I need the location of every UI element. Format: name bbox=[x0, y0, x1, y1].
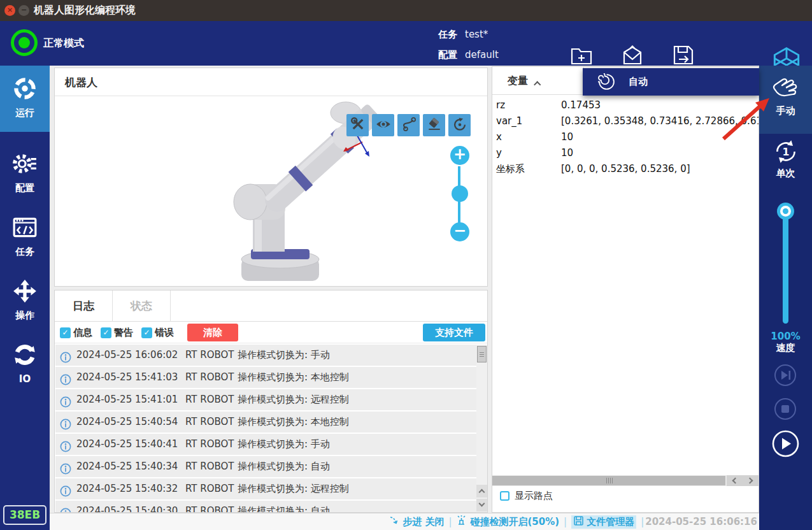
config-value: default bbox=[465, 49, 499, 61]
eraser-button[interactable] bbox=[423, 114, 445, 136]
svg-text:1: 1 bbox=[782, 146, 789, 158]
info-icon bbox=[60, 506, 71, 513]
path-trace-button[interactable] bbox=[397, 114, 420, 136]
log-entry[interactable]: 2024-05-25 15:40:30 RT ROBOT 操作模式切换为: 自动 bbox=[55, 501, 476, 513]
sidebar-item-config[interactable]: 配置 bbox=[0, 141, 50, 202]
play-button[interactable] bbox=[772, 430, 799, 460]
scroll-up-button[interactable] bbox=[476, 485, 488, 498]
log-scrollbar[interactable] bbox=[476, 345, 488, 513]
file-manager-button[interactable]: 文件管理器 bbox=[571, 515, 636, 529]
sidebar-item-operate[interactable]: 操作 bbox=[0, 268, 50, 329]
log-entry[interactable]: 2024-05-25 15:40:34 RT ROBOT 操作模式切换为: 自动 bbox=[55, 456, 476, 477]
scroll-left-button[interactable] bbox=[727, 475, 743, 486]
status-timestamp: 2024-05-25 16:06:16 bbox=[645, 516, 757, 527]
step-mode-icon bbox=[389, 515, 402, 529]
collision-detection-status[interactable]: 碰撞检测开启(50%) bbox=[456, 515, 559, 529]
save-task-icon bbox=[663, 44, 704, 67]
task-code-icon bbox=[12, 231, 38, 243]
log-source: RT ROBOT bbox=[185, 345, 234, 366]
left-sidebar: 运行 配置 任务 操作 IO 38EB bbox=[0, 66, 50, 530]
speed-label: 速度 bbox=[759, 342, 812, 354]
visibility-button[interactable] bbox=[372, 114, 394, 136]
hscrollbar-thumb[interactable] bbox=[492, 476, 725, 485]
variable-row[interactable]: y 10 bbox=[492, 145, 759, 161]
speed-slider-track[interactable] bbox=[783, 205, 788, 324]
error-checkbox[interactable]: ✓ bbox=[141, 327, 152, 338]
eraser-icon bbox=[426, 116, 443, 135]
sidebar-item-task[interactable]: 任务 bbox=[0, 204, 50, 266]
waypoints-checkbox[interactable] bbox=[500, 491, 509, 501]
support-files-button[interactable]: 支持文件 bbox=[423, 324, 485, 341]
filter-info[interactable]: ✓信息 bbox=[60, 327, 92, 339]
variable-name: rz bbox=[496, 97, 505, 113]
zoom-in-button[interactable]: + bbox=[450, 146, 469, 165]
close-button[interactable]: × bbox=[4, 5, 15, 16]
collision-icon bbox=[456, 515, 470, 529]
variable-name: y bbox=[496, 145, 502, 161]
sidebar-item-run[interactable]: 运行 bbox=[0, 66, 50, 132]
clear-log-button[interactable]: 清除 bbox=[187, 324, 238, 341]
log-source: RT ROBOT bbox=[185, 434, 234, 455]
visibility-eye-icon bbox=[375, 116, 392, 135]
zoom-out-button[interactable]: − bbox=[450, 222, 469, 241]
tools-button[interactable] bbox=[346, 114, 369, 136]
log-entry[interactable]: 2024-05-25 15:40:54 RT ROBOT 操作模式切换为: 本地… bbox=[55, 412, 476, 433]
minimize-button[interactable]: − bbox=[18, 5, 29, 16]
log-entry[interactable]: 2024-05-25 15:41:03 RT ROBOT 操作模式切换为: 本地… bbox=[55, 367, 476, 388]
window-titlebar: × − 机器人图形化编程环境 bbox=[0, 0, 812, 21]
robot-panel-title: 机器人 bbox=[55, 68, 487, 96]
sidebar-item-io[interactable]: IO bbox=[0, 332, 50, 393]
step-mode-status[interactable]: 步进 关闭 bbox=[389, 515, 444, 529]
log-entry[interactable]: 2024-05-25 15:40:41 RT ROBOT 操作模式切换为: 手动 bbox=[55, 434, 476, 455]
filter-warning[interactable]: ✓警告 bbox=[101, 327, 133, 339]
chevron-right-icon bbox=[747, 478, 753, 484]
variables-panel: 变量 rz 0.17453 var_1 [0.3261, 0.35348, 0.… bbox=[492, 66, 759, 513]
log-entry[interactable]: 2024-05-25 15:41:01 RT ROBOT 操作模式切换为: 远程… bbox=[55, 389, 476, 410]
chevron-up-icon bbox=[479, 489, 485, 496]
log-source: RT ROBOT bbox=[185, 389, 234, 410]
variable-name: var_1 bbox=[496, 113, 522, 129]
log-entry[interactable]: 2024-05-25 15:40:32 RT ROBOT 操作模式切换为: 远程… bbox=[55, 478, 476, 499]
warning-checkbox[interactable]: ✓ bbox=[101, 327, 111, 338]
robot-programming-app: × − 机器人图形化编程环境 正常模式 任务test* 配置default 新建… bbox=[0, 0, 812, 530]
variable-row[interactable]: rz 0.17453 bbox=[492, 97, 759, 113]
filter-error[interactable]: ✓错误 bbox=[141, 327, 174, 339]
settings-icon bbox=[12, 167, 38, 179]
log-timestamp: 2024-05-25 15:40:30 bbox=[76, 501, 178, 513]
log-source: RT ROBOT bbox=[185, 412, 234, 433]
status-badge: 38EB bbox=[3, 505, 46, 525]
variable-row[interactable]: 坐标系 [0, 0, 0, 0.5236, 0.5236, 0] bbox=[492, 161, 759, 177]
log-scrollbar-thumb[interactable] bbox=[477, 346, 487, 362]
variable-row[interactable]: x 10 bbox=[492, 129, 759, 145]
jog-move-icon bbox=[12, 294, 38, 306]
tab-log[interactable]: 日志 bbox=[55, 290, 113, 322]
manual-hand-icon bbox=[771, 93, 801, 105]
stop-button[interactable] bbox=[774, 398, 797, 423]
log-list: 2024-05-25 16:06:02 RT ROBOT 操作模式切换为: 手动… bbox=[55, 345, 476, 513]
log-timestamp: 2024-05-25 15:41:03 bbox=[76, 367, 178, 388]
log-message: 操作模式切换为: 自动 bbox=[238, 456, 330, 477]
variable-value: [0.3261, 0.35348, 0.73416, 2.72866, 0.61… bbox=[561, 113, 759, 129]
log-panel: 日志 状态 ✓信息 ✓警告 ✓错误 清除 支持文件 2024-05-25 16:… bbox=[54, 290, 488, 513]
log-message: 操作模式切换为: 远程控制 bbox=[238, 478, 349, 499]
show-waypoints-toggle[interactable]: 显示路点 bbox=[500, 490, 553, 502]
tab-variables[interactable]: 变量 bbox=[508, 67, 539, 95]
step-forward-button[interactable] bbox=[774, 364, 797, 389]
manual-mode-button[interactable]: 手动 bbox=[759, 66, 812, 134]
mode-dropdown-item-auto[interactable]: 自动 bbox=[583, 68, 759, 96]
scroll-right-button[interactable] bbox=[743, 475, 759, 486]
task-value: test* bbox=[465, 29, 488, 40]
log-entry[interactable]: 2024-05-25 16:06:02 RT ROBOT 操作模式切换为: 手动 bbox=[55, 345, 476, 366]
single-run-button[interactable]: 1 单次 bbox=[759, 138, 812, 180]
variable-row[interactable]: var_1 [0.3261, 0.35348, 0.73416, 2.72866… bbox=[492, 113, 759, 129]
zoom-slider-handle[interactable] bbox=[452, 185, 468, 202]
info-checkbox[interactable]: ✓ bbox=[60, 327, 71, 338]
speed-slider-handle[interactable] bbox=[777, 203, 794, 220]
single-cycle-icon: 1 bbox=[773, 155, 799, 168]
variables-hscrollbar[interactable] bbox=[492, 475, 759, 486]
tab-status[interactable]: 状态 bbox=[113, 290, 171, 322]
run-icon bbox=[12, 92, 38, 104]
scroll-down-button[interactable] bbox=[476, 499, 488, 512]
rotate-view-button[interactable] bbox=[448, 114, 471, 136]
log-message: 操作模式切换为: 手动 bbox=[238, 434, 330, 455]
